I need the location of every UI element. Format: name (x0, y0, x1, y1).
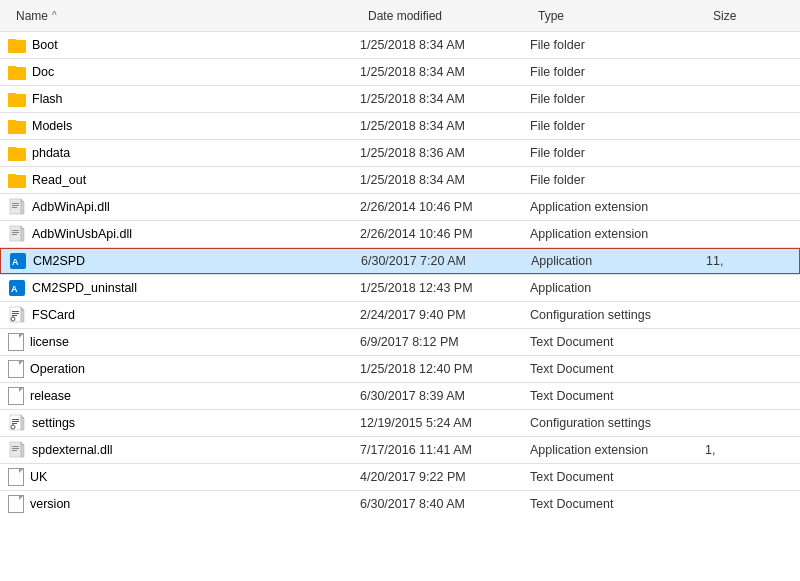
col-type-header[interactable]: Type (538, 9, 713, 23)
cell-date: 6/30/2017 8:40 AM (360, 497, 530, 511)
svg-rect-9 (12, 230, 19, 231)
cell-type: Text Document (530, 470, 705, 484)
file-name-text: Doc (32, 65, 54, 79)
col-name-label: Name (16, 9, 48, 23)
cell-name: license (0, 333, 360, 351)
table-row[interactable]: settings 12/19/2015 5:24 AM Configuratio… (0, 410, 800, 436)
col-size-header[interactable]: Size (713, 9, 800, 23)
dll-icon (8, 441, 26, 459)
svg-rect-36 (12, 448, 19, 449)
cell-size: 11, (706, 254, 799, 268)
config-icon (8, 306, 26, 324)
cell-name: A CM2SPD_uninstall (0, 279, 360, 297)
table-row[interactable]: version 6/30/2017 8:40 AM Text Document (0, 491, 800, 517)
svg-rect-34 (21, 445, 24, 457)
table-row[interactable]: A CM2SPD_uninstall 1/25/2018 12:43 PM Ap… (0, 275, 800, 301)
cell-name: phdata (0, 145, 360, 161)
file-name-text: UK (30, 470, 47, 484)
file-name-text: Flash (32, 92, 63, 106)
file-name-text: AdbWinUsbApi.dll (32, 227, 132, 241)
cell-date: 1/25/2018 8:34 AM (360, 173, 530, 187)
table-row[interactable]: Flash 1/25/2018 8:34 AM File folder (0, 86, 800, 112)
cell-date: 6/30/2017 8:39 AM (360, 389, 530, 403)
folder-icon (8, 37, 26, 53)
cell-type: File folder (530, 65, 705, 79)
table-row[interactable]: release 6/30/2017 8:39 AM Text Document (0, 383, 800, 409)
svg-rect-4 (12, 205, 19, 206)
cell-name: Operation (0, 360, 360, 378)
table-row[interactable]: Doc 1/25/2018 8:34 AM File folder (0, 59, 800, 85)
app-icon: A (8, 279, 26, 297)
cell-date: 7/17/2016 11:41 AM (360, 443, 530, 457)
svg-rect-21 (12, 315, 17, 316)
svg-marker-7 (21, 226, 24, 229)
cell-date: 4/20/2017 9:22 PM (360, 470, 530, 484)
svg-rect-27 (12, 419, 19, 420)
file-name-text: CM2SPD_uninstall (32, 281, 137, 295)
folder-icon (8, 172, 26, 188)
table-row[interactable]: phdata 1/25/2018 8:36 AM File folder (0, 140, 800, 166)
cell-name: UK (0, 468, 360, 486)
cell-name: AdbWinApi.dll (0, 198, 360, 216)
txt-icon (8, 387, 24, 405)
cell-type: File folder (530, 38, 705, 52)
table-row[interactable]: Read_out 1/25/2018 8:34 AM File folder (0, 167, 800, 193)
cell-size: 1, (705, 443, 800, 457)
cell-type: Configuration settings (530, 308, 705, 322)
col-date-header[interactable]: Date modified (368, 9, 538, 23)
cell-name: Boot (0, 37, 360, 53)
folder-icon (8, 118, 26, 134)
cell-name: FSCard (0, 306, 360, 324)
table-row[interactable]: AdbWinUsbApi.dll 2/26/2014 10:46 PM Appl… (0, 221, 800, 247)
cell-name: release (0, 387, 360, 405)
cell-date: 1/25/2018 8:34 AM (360, 119, 530, 133)
svg-text:A: A (11, 284, 18, 294)
cell-name: Flash (0, 91, 360, 107)
folder-icon (8, 64, 26, 80)
cell-date: 6/30/2017 7:20 AM (361, 254, 531, 268)
cell-type: File folder (530, 146, 705, 160)
table-row[interactable]: UK 4/20/2017 9:22 PM Text Document (0, 464, 800, 490)
table-row[interactable]: Models 1/25/2018 8:34 AM File folder (0, 113, 800, 139)
cell-date: 6/9/2017 8:12 PM (360, 335, 530, 349)
cell-type: Application (531, 254, 706, 268)
txt-icon (8, 360, 24, 378)
table-row[interactable]: Operation 1/25/2018 12:40 PM Text Docume… (0, 356, 800, 382)
cell-type: Text Document (530, 362, 705, 376)
svg-rect-35 (12, 446, 19, 447)
table-row[interactable]: license 6/9/2017 8:12 PM Text Document (0, 329, 800, 355)
table-row[interactable]: AdbWinApi.dll 2/26/2014 10:46 PM Applica… (0, 194, 800, 220)
svg-text:A: A (12, 257, 19, 267)
table-row[interactable]: A CM2SPD 6/30/2017 7:20 AM Application 1… (0, 248, 800, 274)
cell-name: Doc (0, 64, 360, 80)
cell-date: 2/24/2017 9:40 PM (360, 308, 530, 322)
svg-rect-29 (12, 423, 17, 424)
file-explorer: Name ^ Date modified Type Size Boot 1/25… (0, 0, 800, 581)
cell-type: File folder (530, 119, 705, 133)
svg-rect-18 (21, 310, 24, 322)
file-name-text: phdata (32, 146, 70, 160)
col-name-header[interactable]: Name ^ (8, 9, 368, 23)
folder-icon (8, 91, 26, 107)
svg-marker-25 (21, 415, 24, 418)
cell-date: 1/25/2018 8:34 AM (360, 65, 530, 79)
table-row[interactable]: spdexternal.dll 7/17/2016 11:41 AM Appli… (0, 437, 800, 463)
file-name-text: license (30, 335, 69, 349)
cell-date: 1/25/2018 12:40 PM (360, 362, 530, 376)
svg-rect-0 (10, 199, 21, 214)
dll-icon (8, 198, 26, 216)
svg-marker-1 (21, 199, 24, 202)
svg-rect-6 (10, 226, 21, 241)
sort-arrow-icon: ^ (52, 10, 57, 21)
table-row[interactable]: Boot 1/25/2018 8:34 AM File folder (0, 32, 800, 58)
file-list: Boot 1/25/2018 8:34 AM File folder Doc 1… (0, 32, 800, 581)
file-name-text: Models (32, 119, 72, 133)
svg-rect-19 (12, 311, 19, 312)
svg-rect-28 (12, 421, 19, 422)
svg-rect-20 (12, 313, 19, 314)
cell-date: 2/26/2014 10:46 PM (360, 200, 530, 214)
cell-type: Application extension (530, 443, 705, 457)
cell-type: Application extension (530, 227, 705, 241)
cell-name: A CM2SPD (1, 252, 361, 270)
table-row[interactable]: FSCard 2/24/2017 9:40 PM Configuration s… (0, 302, 800, 328)
